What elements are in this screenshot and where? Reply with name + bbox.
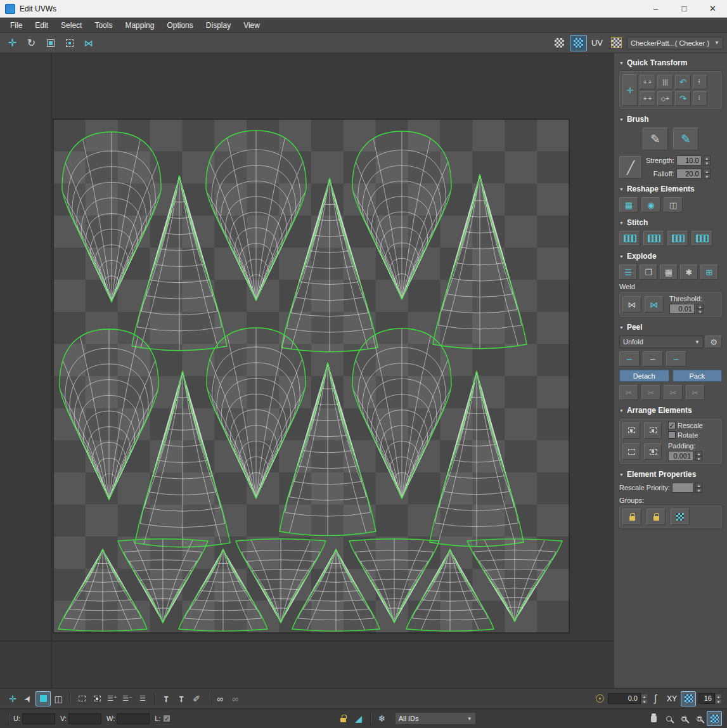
menu-tools[interactable]: Tools — [88, 19, 119, 32]
spinner-down-icon[interactable]: ▼ — [715, 699, 722, 704]
flatten-by-smoothing-button[interactable]: ☰ — [619, 264, 637, 280]
relax-tool-button[interactable]: ◫ — [664, 197, 683, 212]
select-loop-button[interactable]: ☰ — [135, 691, 150, 706]
freeze-display-button[interactable]: ❄ — [375, 711, 390, 726]
padding-field[interactable]: 0.001 — [668, 451, 693, 461]
uv-editor-viewport[interactable] — [0, 53, 614, 688]
curve-snap-button[interactable]: ʃ — [648, 691, 663, 706]
polygon-subobject-button[interactable] — [35, 691, 51, 706]
convert-edges-to-seams-button[interactable]: ✂ — [664, 385, 683, 400]
rescale-priority-field[interactable] — [672, 483, 693, 493]
rotation-angle-field[interactable]: 0.0 — [608, 693, 641, 704]
lock-aspect-checkbox[interactable]: ✓ — [163, 715, 170, 722]
explode-to-faces-button[interactable]: ⊞ — [700, 264, 718, 280]
spinner-down-icon[interactable]: ▼ — [697, 309, 704, 314]
spinner-up-icon[interactable]: ▲ — [715, 694, 722, 699]
stitch-target-button[interactable] — [692, 231, 712, 246]
zoom-to-gizmo-button[interactable] — [707, 711, 722, 726]
spinner-up-icon[interactable]: ▲ — [704, 169, 711, 174]
move-tool-button[interactable]: ✛ — [4, 35, 21, 51]
strength-spinner[interactable]: ▲▼ — [704, 155, 711, 166]
threshold-field[interactable]: 0.01 — [669, 304, 695, 314]
flatten-mapping-button[interactable]: ▦ — [660, 264, 678, 280]
fill-mode-button[interactable]: ◢ — [351, 711, 366, 726]
spinner-down-icon[interactable]: ▼ — [695, 456, 702, 461]
peel-header[interactable]: ▼ Peel — [619, 323, 722, 332]
rotate-checkbox[interactable] — [668, 431, 676, 439]
peel-settings-button[interactable]: ⚙ — [705, 335, 722, 348]
quick-transform-header[interactable]: ▼ Quick Transform — [619, 58, 722, 67]
space-horizontal-button[interactable]: + + — [640, 91, 655, 106]
w-coordinate-field[interactable] — [117, 713, 150, 724]
edit-seams-button[interactable]: ✂ — [619, 385, 638, 400]
soft-selection-button[interactable]: ✛ — [5, 691, 20, 706]
brush-header[interactable]: ▼ Brush — [619, 115, 722, 124]
grow-selection-button[interactable]: ☰⁺ — [105, 691, 120, 706]
zoom-button[interactable] — [661, 711, 676, 726]
select-by-element-button[interactable] — [89, 691, 105, 706]
zoom-extents-button[interactable] — [692, 711, 707, 726]
clear-seams-button[interactable]: ✂ — [686, 385, 705, 400]
spinner-up-icon[interactable]: ▲ — [697, 304, 704, 309]
shrink-selection-button[interactable]: ☰⁻ — [120, 691, 135, 706]
select-group-button[interactable] — [671, 509, 690, 525]
grid-size-spinner[interactable]: ▲▼ — [715, 694, 722, 704]
detach-button[interactable]: Detach — [619, 370, 669, 382]
align-element-button[interactable]: ◇+ — [657, 91, 673, 106]
ungroup-selected-button[interactable] — [647, 509, 666, 525]
pack-normalize-button[interactable] — [622, 422, 640, 439]
relax-until-flat-button[interactable]: ◉ — [641, 197, 660, 212]
stitch-average-button[interactable] — [667, 231, 688, 246]
uv-canvas[interactable] — [0, 53, 614, 688]
spinner-up-icon[interactable]: ▲ — [695, 451, 702, 456]
move-selected-button[interactable]: ✛ — [622, 74, 638, 106]
move-brush-button[interactable]: ✎ — [643, 127, 668, 150]
rotation-center-button[interactable] — [593, 691, 608, 706]
show-map-toggle-button[interactable] — [570, 35, 587, 51]
spinner-down-icon[interactable]: ▼ — [695, 488, 702, 493]
falloff-curve-button[interactable]: ╱ — [619, 156, 642, 179]
pack-horizontal-button[interactable]: ⠇ — [693, 75, 707, 89]
padding-spinner[interactable]: ▲▼ — [695, 451, 702, 461]
menu-mapping[interactable]: Mapping — [119, 19, 160, 32]
pack-together-button[interactable] — [644, 422, 662, 439]
falloff-spinner[interactable]: ▲▼ — [704, 169, 711, 179]
reshape-elements-header[interactable]: ▼ Reshape Elements — [619, 185, 722, 193]
peel-mode-dropdown[interactable]: Unfold ▼ — [619, 335, 704, 348]
pack-vertical-button[interactable]: ⠇ — [693, 91, 707, 106]
rotate-cw-button[interactable]: ↷ — [675, 91, 691, 106]
group-selected-button[interactable] — [622, 509, 641, 525]
spinner-down-icon[interactable]: ▼ — [704, 174, 711, 179]
rearrange-button[interactable] — [622, 443, 640, 460]
show-grid-button[interactable] — [551, 35, 568, 51]
stitch-source-button[interactable] — [643, 231, 664, 246]
peel-mode-button[interactable]: ∽ — [643, 351, 663, 367]
rotate-tool-button[interactable]: ↻ — [23, 35, 40, 51]
point-to-point-seam-button[interactable]: ✂ — [641, 385, 660, 400]
menu-file[interactable]: File — [4, 19, 29, 32]
break-button[interactable]: ✱ — [680, 264, 698, 280]
material-id-dropdown[interactable]: All IDs ▼ — [395, 712, 476, 725]
flatten-by-material-button[interactable]: ❐ — [640, 264, 657, 280]
element-properties-header[interactable]: ▼ Element Properties — [619, 470, 722, 479]
relax-brush-button[interactable]: ✎ — [673, 127, 698, 150]
menu-view[interactable]: View — [237, 19, 266, 32]
quick-peel-button[interactable]: ∽ — [619, 351, 640, 367]
grid-snap-button[interactable] — [681, 691, 696, 706]
weld-selected-button[interactable]: ⋈ — [622, 296, 641, 313]
zoom-region-button[interactable] — [676, 711, 692, 726]
pack-button[interactable]: Pack — [672, 370, 723, 382]
pack-full-button[interactable] — [644, 443, 662, 460]
lock-selection-button[interactable] — [336, 711, 351, 726]
straighten-selection-button[interactable]: ▦ — [619, 197, 638, 212]
select-cursor-button[interactable]: ➤ — [20, 691, 35, 706]
strength-field[interactable]: 10.0 — [676, 155, 702, 166]
align-horizontal-button[interactable]: + + — [640, 75, 655, 89]
close-button[interactable]: ✕ — [698, 0, 727, 17]
freeform-mode-button[interactable] — [61, 35, 78, 51]
texture-dropdown[interactable]: CheckerPatt...( Checker ) ▼ — [627, 37, 723, 49]
grid-size-field[interactable]: 16 — [698, 693, 715, 704]
mirror-tool-button[interactable]: ⋈ — [80, 35, 97, 51]
v-coordinate-field[interactable] — [68, 713, 101, 724]
unsync-selection-button[interactable]: ∞ — [228, 691, 243, 706]
